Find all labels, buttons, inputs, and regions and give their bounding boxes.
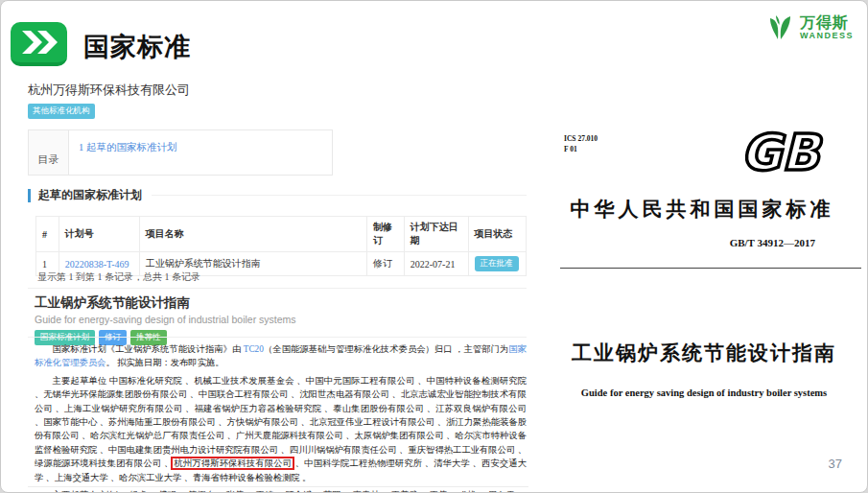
text-run: 主要起草单位 中国标准化研究院 、机械工业技术发展基金会 、中国中元国际工程有限… <box>35 376 527 468</box>
plan-no-link[interactable]: 20220838-T-469 <box>65 259 129 270</box>
status-badge: 正在批准 <box>475 256 519 271</box>
toc-link[interactable]: 1 起草的国家标准计划 <box>79 142 176 153</box>
cover-rule <box>560 268 861 269</box>
col-status: 项目状态 <box>468 217 526 252</box>
highlighted-company: 杭州万得斯环保科技有限公司 <box>173 458 293 468</box>
divider <box>28 288 527 289</box>
col-index: # <box>36 217 59 252</box>
gb-logo: GB <box>733 124 838 185</box>
page-title: 国家标准 <box>83 30 191 64</box>
toc-label: 目录 <box>29 130 69 175</box>
divider <box>28 337 527 338</box>
cell-date: 2022-07-21 <box>404 252 468 276</box>
ics-line: ICS 27.010 <box>564 133 598 144</box>
toc-box: 目录 1 起草的国家标准计划 <box>28 129 333 176</box>
leaf-icon <box>764 12 795 43</box>
wandess-logo: 万得斯 WANDESS <box>764 12 854 43</box>
col-date: 计划下达日期 <box>404 217 468 252</box>
col-revision: 制修订 <box>366 217 404 252</box>
section-title: 起草的国家标准计划 <box>38 187 142 203</box>
standard-info-block: 工业锅炉系统节能设计指南 Guide for energy-saving des… <box>35 294 524 345</box>
slide: 国家标准 万得斯 WANDESS 杭州万得斯环保科技有限公司 其他标准化机构 目… <box>0 0 868 493</box>
standard-number: GB/T 34912—2017 <box>730 237 815 248</box>
standard-subtitle: Guide for energy-saving design of indust… <box>35 314 524 325</box>
col-name: 项目名称 <box>139 217 366 252</box>
logo-text-cn: 万得斯 <box>800 14 854 32</box>
section-header: 起草的国家标准计划 <box>28 187 527 203</box>
cover-doc-subtitle: Guide for energy saving design of indust… <box>543 387 865 398</box>
plans-table: # 计划号 项目名称 制修订 计划下达日期 项目状态 1 20220838-T-… <box>35 216 527 276</box>
page-number: 37 <box>829 457 842 471</box>
text-run: 国家标准计划《工业锅炉系统节能设计指南》由 <box>53 344 244 354</box>
classification-line: F 01 <box>564 144 598 154</box>
section-divider <box>152 195 527 196</box>
ics-code: ICS 27.010 F 01 <box>564 133 598 155</box>
table-header-row: # 计划号 项目名称 制修订 计划下达日期 项目状态 <box>36 217 527 252</box>
company-tag-badge: 其他标准化机构 <box>28 104 95 119</box>
standard-description: 国家标准计划《工业锅炉系统节能设计指南》由 TC20（全国能源基础与管理标准化技… <box>35 342 527 493</box>
standard-cover-page: ICS 27.010 F 01 GB 中华人民共和国国家标准 GB/T 3491… <box>543 105 865 435</box>
text-run: （全国能源基础与管理标准化技术委员会）归口 ，主管部门为 <box>264 344 508 354</box>
table-summary: 显示第 1 到第 1 条记录，总共 1 条记录 <box>37 270 200 284</box>
col-plan-no: 计划号 <box>59 217 139 252</box>
paragraph-drafting-orgs: 主要起草单位 中国标准化研究院 、机械工业技术发展基金会 、中国中元国际工程有限… <box>35 374 527 484</box>
tc20-link[interactable]: TC20 <box>244 344 264 354</box>
paragraph-governance: 国家标准计划《工业锅炉系统节能设计指南》由 TC20（全国能源基础与管理标准化技… <box>35 342 527 370</box>
webpage-screenshot: 杭州万得斯环保科技有限公司 其他标准化机构 目录 1 起草的国家标准计划 起草的… <box>28 82 528 487</box>
cell-revision: 修订 <box>366 252 404 276</box>
svg-text:GB: GB <box>740 124 823 181</box>
cover-doc-title: 工业锅炉系统节能设计指南 <box>543 340 865 366</box>
paragraph-drafters: 主要起草人 刘钊 、候睿 、傅强 、笪耀东 、张伟 、王婧 、顾全斌 、苏明 、… <box>35 488 527 493</box>
cover-title: 中华人民共和国国家标准 <box>558 196 846 223</box>
company-name: 杭州万得斯环保科技有限公司 <box>28 82 528 99</box>
double-chevron-icon <box>11 22 67 66</box>
text-run: 。 拟实施日期：发布即实施。 <box>106 358 223 367</box>
section-accent-bar <box>28 189 31 202</box>
logo-text-en: WANDESS <box>800 32 854 41</box>
standard-title: 工业锅炉系统节能设计指南 <box>35 294 524 312</box>
